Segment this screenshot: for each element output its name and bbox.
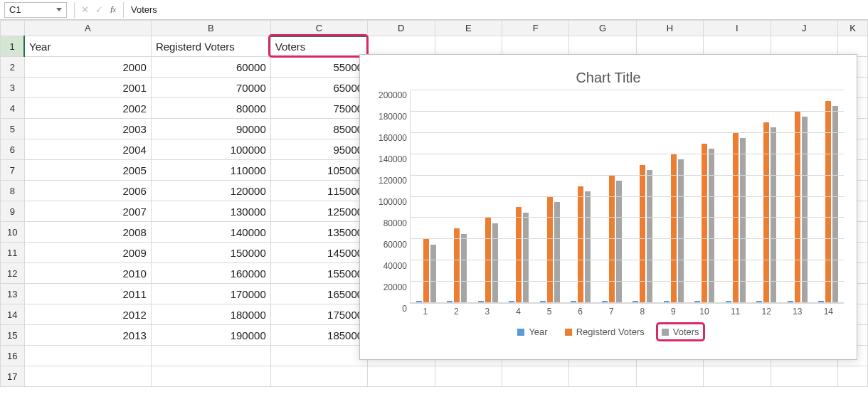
col-header-G[interactable]: G <box>569 21 636 36</box>
row-header-16[interactable]: 16 <box>1 346 25 366</box>
col-header-H[interactable]: H <box>636 21 703 36</box>
cell-B17[interactable] <box>151 366 270 387</box>
row-header-7[interactable]: 7 <box>1 160 25 181</box>
col-header-I[interactable]: I <box>704 21 771 36</box>
insert-function-icon[interactable]: fx <box>106 2 120 18</box>
cell-A5[interactable]: 2003 <box>24 119 151 139</box>
cell-C14[interactable]: 175000 <box>270 304 367 325</box>
cell-C16[interactable] <box>270 346 367 366</box>
row-header-6[interactable]: 6 <box>1 139 25 160</box>
cell-A3[interactable]: 2001 <box>24 78 151 98</box>
row-header-3[interactable]: 3 <box>1 78 25 98</box>
cell-C12[interactable]: 155000 <box>270 263 367 284</box>
cell-C10[interactable]: 135000 <box>270 222 367 243</box>
col-header-A[interactable]: A <box>24 21 151 36</box>
cell-I17[interactable] <box>704 366 771 387</box>
row-header-2[interactable]: 2 <box>1 57 25 78</box>
cell-B16[interactable] <box>151 346 270 366</box>
cell-C3[interactable]: 65000 <box>270 78 367 98</box>
legend-item-year[interactable]: Year <box>517 327 547 337</box>
row-header-10[interactable]: 10 <box>1 222 25 243</box>
row-header-17[interactable]: 17 <box>1 366 25 387</box>
cell-B8[interactable]: 120000 <box>151 181 270 201</box>
cell-C7[interactable]: 105000 <box>270 160 367 181</box>
cell-A7[interactable]: 2005 <box>24 160 151 181</box>
chart-title[interactable]: Chart Title <box>373 65 844 90</box>
cell-B13[interactable]: 170000 <box>151 284 270 304</box>
row-header-15[interactable]: 15 <box>1 325 25 346</box>
cell-B7[interactable]: 110000 <box>151 160 270 181</box>
chart-legend[interactable]: YearRegisterd VotersVoters <box>373 327 844 337</box>
cell-K17[interactable] <box>837 366 867 387</box>
col-header-D[interactable]: D <box>368 21 435 36</box>
cell-A1[interactable]: Year <box>24 36 151 57</box>
enter-formula-icon[interactable]: ✓ <box>92 2 106 18</box>
cell-A15[interactable]: 2013 <box>24 325 151 346</box>
cell-A17[interactable] <box>24 366 151 387</box>
row-header-14[interactable]: 14 <box>1 304 25 325</box>
dropdown-icon[interactable] <box>56 8 62 11</box>
cell-A2[interactable]: 2000 <box>24 57 151 78</box>
row-header-8[interactable]: 8 <box>1 181 25 201</box>
row-header-1[interactable]: 1 <box>1 36 25 57</box>
cell-A16[interactable] <box>24 346 151 366</box>
cell-A8[interactable]: 2006 <box>24 181 151 201</box>
cell-H17[interactable] <box>636 366 703 387</box>
cell-A9[interactable]: 2007 <box>24 201 151 222</box>
cell-B11[interactable]: 150000 <box>151 243 270 263</box>
col-header-J[interactable]: J <box>771 21 837 36</box>
cell-A11[interactable]: 2009 <box>24 243 151 263</box>
cell-C17[interactable] <box>270 366 367 387</box>
row-header-4[interactable]: 4 <box>1 98 25 119</box>
cell-B1[interactable]: Registerd Voters <box>151 36 270 57</box>
chart-plot-area[interactable]: 0200004000060000800001000001200001400001… <box>373 90 844 304</box>
cell-B3[interactable]: 70000 <box>151 78 270 98</box>
cell-C15[interactable]: 185000 <box>270 325 367 346</box>
cell-A14[interactable]: 2012 <box>24 304 151 325</box>
cell-A10[interactable]: 2008 <box>24 222 151 243</box>
select-all-corner[interactable] <box>1 21 25 36</box>
cell-B10[interactable]: 140000 <box>151 222 270 243</box>
col-header-B[interactable]: B <box>151 21 270 36</box>
row-header-9[interactable]: 9 <box>1 201 25 222</box>
formula-input[interactable]: Voters <box>127 2 868 18</box>
cell-B14[interactable]: 180000 <box>151 304 270 325</box>
cancel-formula-icon[interactable]: ✕ <box>78 2 92 18</box>
cell-A4[interactable]: 2002 <box>24 98 151 119</box>
cell-B2[interactable]: 60000 <box>151 57 270 78</box>
cell-D17[interactable] <box>368 366 435 387</box>
col-header-F[interactable]: F <box>502 21 568 36</box>
cell-J17[interactable] <box>771 366 837 387</box>
row-header-5[interactable]: 5 <box>1 119 25 139</box>
cell-C1[interactable]: Voters <box>270 36 367 57</box>
cell-C9[interactable]: 125000 <box>270 201 367 222</box>
cell-A13[interactable]: 2011 <box>24 284 151 304</box>
cell-B15[interactable]: 190000 <box>151 325 270 346</box>
cell-B6[interactable]: 100000 <box>151 139 270 160</box>
cell-C2[interactable]: 55000 <box>270 57 367 78</box>
cell-A12[interactable]: 2010 <box>24 263 151 284</box>
cell-C6[interactable]: 95000 <box>270 139 367 160</box>
name-box[interactable]: C1 <box>4 2 67 18</box>
cell-C13[interactable]: 165000 <box>270 284 367 304</box>
cell-C8[interactable]: 115000 <box>270 181 367 201</box>
legend-item-registerd-voters[interactable]: Registerd Voters <box>565 327 645 337</box>
cell-G17[interactable] <box>569 366 636 387</box>
cell-B12[interactable]: 160000 <box>151 263 270 284</box>
col-header-K[interactable]: K <box>837 21 867 36</box>
cell-C4[interactable]: 75000 <box>270 98 367 119</box>
cell-C5[interactable]: 85000 <box>270 119 367 139</box>
cell-B9[interactable]: 130000 <box>151 201 270 222</box>
col-header-E[interactable]: E <box>435 21 502 36</box>
row-header-11[interactable]: 11 <box>1 243 25 263</box>
row-header-12[interactable]: 12 <box>1 263 25 284</box>
col-header-C[interactable]: C <box>270 21 367 36</box>
cell-C11[interactable]: 145000 <box>270 243 367 263</box>
cell-A6[interactable]: 2004 <box>24 139 151 160</box>
cell-B4[interactable]: 80000 <box>151 98 270 119</box>
cell-E17[interactable] <box>435 366 502 387</box>
row-header-13[interactable]: 13 <box>1 284 25 304</box>
cell-B5[interactable]: 90000 <box>151 119 270 139</box>
embedded-chart[interactable]: Chart Title 0200004000060000800001000001… <box>359 54 857 360</box>
cell-F17[interactable] <box>502 366 568 387</box>
